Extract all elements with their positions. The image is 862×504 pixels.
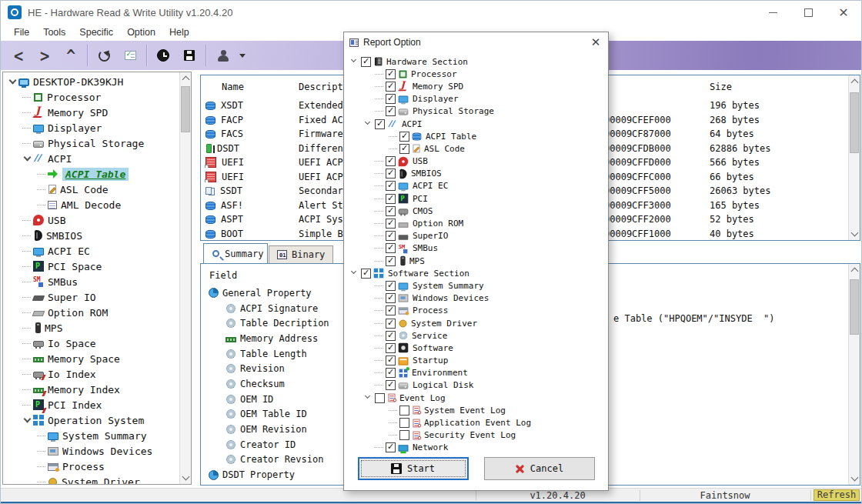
checkbox-option-rom[interactable] [386, 219, 396, 229]
scroll-up-icon[interactable] [851, 268, 859, 275]
tab-binary[interactable]: Binary [269, 245, 333, 263]
dialog-item-usb[interactable]: USB [350, 155, 605, 168]
checkbox-acpi-table[interactable] [399, 132, 409, 142]
cancel-button[interactable]: Cancel [484, 457, 595, 480]
dialog-item-logical-disk[interactable]: Logical Disk [350, 379, 605, 392]
scroll-down-icon[interactable] [851, 229, 859, 237]
close-button[interactable]: ✕ [826, 1, 861, 24]
tree-item-acpi-ec[interactable]: ACPI EC [3, 243, 179, 259]
dialog-item-security-event-log[interactable]: Security Event Log [350, 429, 605, 442]
dialog-item-service[interactable]: Service [350, 329, 605, 342]
dialog-item-event-log[interactable]: Event Log [350, 392, 605, 404]
dialog-item-option-rom[interactable]: Option ROM [350, 217, 605, 229]
checkbox-software[interactable] [386, 343, 396, 353]
checkbox-physical-storage[interactable] [386, 106, 396, 116]
dialog-item-smbios[interactable]: SMBIOS [350, 168, 605, 180]
tree-item-usb[interactable]: USB [3, 212, 179, 228]
checkbox-logical-disk[interactable] [386, 380, 396, 390]
menu-specific[interactable]: Specific [72, 27, 120, 38]
menu-help[interactable]: Help [162, 27, 196, 38]
dialog-item-hardware-section[interactable]: Hardware Section [350, 55, 605, 68]
tree-item-asl-code[interactable]: ASL Code [3, 182, 179, 197]
tree-item-process[interactable]: Process [3, 459, 179, 474]
checkbox-service[interactable] [386, 331, 396, 341]
chevron-down-icon[interactable] [22, 153, 33, 164]
tab-summary[interactable]: Summary [203, 243, 268, 263]
refresh-button[interactable]: Refresh [814, 489, 860, 501]
scroll-up-icon[interactable] [851, 79, 859, 87]
refresh-button[interactable] [91, 44, 117, 67]
checkbox-software-section[interactable] [361, 269, 371, 279]
checkbox-system-summary[interactable] [386, 281, 396, 291]
dialog-close-icon[interactable]: ✕ [583, 32, 608, 52]
device-tree-scrollbar[interactable] [179, 72, 191, 484]
dialog-item-system-event-log[interactable]: System Event Log [350, 404, 605, 416]
checkbox-system-event-log[interactable] [399, 406, 409, 416]
dialog-item-displayer[interactable]: Displayer [350, 93, 605, 105]
menu-file[interactable]: File [7, 27, 36, 38]
column-header-name[interactable]: Name [201, 82, 293, 92]
clock-button[interactable] [150, 44, 176, 67]
checkbox-application-event-log[interactable] [399, 418, 409, 428]
dialog-title-bar[interactable]: Report Option ✕ [344, 32, 608, 52]
menu-tools[interactable]: Tools [36, 27, 72, 38]
tree-item-aml-decode[interactable]: AML Decode [3, 197, 179, 212]
dialog-item-software[interactable]: Software [350, 342, 605, 354]
dialog-item-mps[interactable]: MPS [350, 255, 605, 267]
tree-item-system-summary[interactable]: System Summary [3, 428, 179, 443]
back-button[interactable]: < [5, 44, 32, 67]
scroll-down-icon[interactable] [182, 473, 190, 481]
dialog-item-acpi-table[interactable]: ACPI Table [350, 130, 605, 142]
tree-item-memory-space[interactable]: Memory Space [3, 351, 179, 366]
column-header-size[interactable]: Size [710, 82, 848, 92]
scroll-up-icon[interactable] [182, 76, 190, 84]
checkbox-mps[interactable] [386, 256, 396, 266]
dialog-item-processor[interactable]: Processor [350, 68, 605, 80]
dialog-item-acpi[interactable]: ACPI [350, 118, 605, 130]
checklist-button[interactable] [117, 44, 143, 67]
checkbox-pci[interactable] [386, 194, 396, 204]
scrollbar-thumb[interactable] [850, 92, 859, 153]
dialog-item-system-driver[interactable]: System Driver [350, 317, 605, 329]
checkbox-asl-code[interactable] [399, 144, 409, 154]
checkbox-startup[interactable] [386, 355, 396, 365]
start-button[interactable]: Start [358, 457, 469, 480]
checkbox-displayer[interactable] [386, 94, 396, 104]
chevron-down-icon[interactable] [22, 415, 33, 426]
checkbox-system-driver[interactable] [386, 319, 396, 329]
checkbox-usb[interactable] [386, 156, 396, 166]
tree-item-system-driver[interactable]: System Driver [3, 474, 179, 484]
chevron-down-icon[interactable] [364, 119, 373, 129]
checkbox-event-log[interactable] [375, 393, 385, 403]
maximize-button[interactable] [790, 1, 826, 24]
checkbox-smbus[interactable] [386, 243, 396, 253]
dialog-item-windows-devices[interactable]: Windows Devices [350, 292, 605, 305]
dialog-item-environment[interactable]: Environment [350, 367, 605, 379]
dialog-item-superio[interactable]: SuperIO [350, 230, 605, 242]
dialog-item-acpi-ec[interactable]: ACPI EC [350, 180, 605, 192]
chevron-down-icon[interactable] [364, 393, 373, 402]
checkbox-cmos[interactable] [386, 206, 396, 216]
tree-item-io-space[interactable]: Io Space [3, 335, 179, 351]
scroll-down-icon[interactable] [851, 474, 859, 482]
dialog-item-startup[interactable]: Startup [350, 355, 605, 367]
dialog-item-pci[interactable]: PCI [350, 192, 605, 205]
user-button[interactable] [209, 44, 236, 67]
checkbox-process[interactable] [386, 305, 396, 315]
tree-item-processor[interactable]: Processor [3, 89, 179, 105]
scrollbar-thumb[interactable] [850, 279, 859, 335]
dialog-item-smbus[interactable]: SMBus [350, 242, 605, 255]
up-button[interactable]: ^ [58, 44, 84, 67]
dialog-item-asl-code[interactable]: ASL Code [350, 142, 605, 155]
user-dropdown-button[interactable] [236, 44, 248, 67]
chevron-down-icon[interactable] [350, 57, 359, 66]
acpi-table-scrollbar[interactable] [848, 75, 860, 240]
tree-item-displayer[interactable]: Displayer [3, 120, 179, 135]
tree-item-super-io[interactable]: Super IO [3, 289, 179, 305]
tree-item-pci-index[interactable]: PCI Index [3, 397, 179, 412]
checkbox-superio[interactable] [386, 231, 396, 241]
checkbox-smbios[interactable] [386, 169, 396, 179]
tree-item-windows-devices[interactable]: Windows Devices [3, 443, 179, 459]
tree-item-acpi-table[interactable]: ACPI Table [3, 166, 179, 182]
dialog-item-system-summary[interactable]: System Summary [350, 279, 605, 292]
